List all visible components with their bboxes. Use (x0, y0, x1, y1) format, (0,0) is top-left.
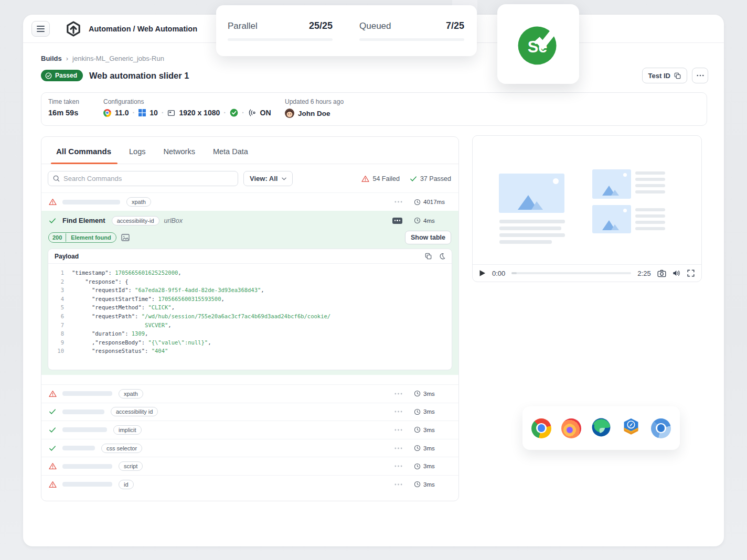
duration-label: 3ms (423, 391, 435, 397)
breadcrumb-builds-link[interactable]: Builds (41, 55, 62, 62)
chromium-icon (651, 418, 671, 438)
tab-networks[interactable]: Networks (163, 147, 195, 164)
locator-badge: id (119, 480, 134, 489)
mock-image-large (499, 174, 564, 213)
search-commands-input[interactable] (63, 175, 233, 182)
video-player: 0:00 2:25 (472, 135, 702, 282)
failed-count-label: 54 Failed (372, 175, 399, 182)
warning-icon (48, 198, 57, 206)
locator-badge: implicit (113, 425, 142, 435)
passed-count-label: 37 Passed (420, 175, 451, 182)
dark-mode-icon[interactable] (439, 253, 445, 260)
row-actions-icon[interactable] (394, 483, 402, 486)
command-row[interactable]: id3ms (41, 475, 458, 493)
warning-icon (48, 390, 57, 397)
build-info-bar: Time taken 16m 59s Configurations 11.0 ·… (41, 92, 707, 126)
command-row[interactable]: script3ms (41, 457, 458, 475)
duration: 3ms (414, 445, 451, 451)
video-seek-bar[interactable] (511, 272, 631, 274)
breadcrumb: Builds › jenkins-ML_Generic_jobs-Run (41, 55, 164, 62)
locator-badge: accessibility id (111, 407, 158, 416)
total-time: 2:25 (637, 270, 650, 277)
command-row[interactable]: xpath4017ms (41, 192, 458, 211)
row-actions-icon[interactable] (394, 465, 402, 467)
response-status-badge: 200 Element found (48, 232, 116, 243)
screenshot-icon[interactable] (121, 234, 130, 241)
command-rows-bottom: xpath3msaccessibility id3msimplicit3mscs… (41, 384, 458, 493)
app-logo-icon (66, 21, 81, 37)
duration-label: 3ms (423, 408, 435, 415)
more-actions-button[interactable] (692, 68, 708, 83)
commands-toolbar: View: All 54 Failed 37 Passed (48, 171, 451, 186)
show-table-button[interactable]: Show table (405, 231, 451, 244)
edge-icon (591, 417, 611, 439)
tab-meta-data[interactable]: Meta Data (213, 147, 248, 164)
video-frame (473, 136, 701, 265)
network-status: ON (260, 109, 271, 117)
view-filter-dropdown[interactable]: View: All (243, 171, 293, 186)
payload-header: Payload (48, 249, 452, 264)
duration: 4017ms (414, 199, 451, 206)
duration-label: 4017ms (423, 199, 445, 205)
copy-payload-icon[interactable] (425, 253, 432, 260)
payload-code-line: 7 SVCVER", (48, 321, 452, 330)
duration-label: 3ms (423, 445, 435, 451)
selected-command-row[interactable]: Find Element accessibility-id urlBox 4ms (41, 211, 458, 230)
parallel-stat: Parallel 25/25 (228, 20, 333, 41)
row-actions-icon[interactable] (394, 201, 402, 203)
failed-count: 54 Failed (361, 175, 399, 182)
row-actions-icon[interactable] (394, 447, 402, 449)
firefox-icon (561, 418, 581, 438)
duration-label: 3ms (423, 481, 435, 488)
payload-code: 1"timestamp": 1705665601625252000,2 "res… (48, 264, 452, 356)
row-actions-icon[interactable] (392, 218, 402, 224)
updated-text: Updated 6 hours ago (285, 98, 344, 105)
passed-count: 37 Passed (410, 175, 451, 182)
check-icon (48, 445, 57, 451)
payload-code-line: 9 ,"responseBody": "{\"value\":null}", (48, 338, 452, 347)
resolution-icon (167, 109, 175, 117)
resolution-value: 1920 x 1080 (179, 109, 220, 117)
payload-card: Payload 1"timestamp": 170566560162525200… (48, 249, 452, 370)
queued-label: Queued (359, 21, 391, 31)
parallel-value: 25/25 (309, 20, 333, 31)
hamburger-menu-button[interactable] (31, 21, 50, 37)
time-taken-label: Time taken (48, 98, 79, 105)
duration-label: 3ms (423, 427, 435, 433)
check-circle-icon (45, 72, 52, 79)
status-label: Passed (55, 72, 77, 79)
selenium-icon (230, 109, 238, 117)
command-row[interactable]: css selector3ms (41, 439, 458, 457)
duration: 3ms (414, 481, 451, 488)
parallel-label: Parallel (228, 21, 258, 31)
play-button[interactable] (479, 270, 486, 277)
row-actions-icon[interactable] (394, 429, 402, 431)
tab-logs[interactable]: Logs (129, 147, 145, 164)
concurrency-stats-card: Parallel 25/25 Queued 7/25 (216, 5, 477, 56)
duration: 3ms (414, 408, 451, 415)
volume-icon[interactable] (673, 270, 681, 277)
chevron-down-icon (282, 177, 286, 180)
warning-icon (48, 462, 57, 470)
command-row[interactable]: implicit3ms (41, 421, 458, 439)
selenium-card: Se (497, 4, 579, 84)
duration: 3ms (414, 426, 451, 433)
status-badge: Passed (41, 70, 83, 81)
fullscreen-icon[interactable] (687, 270, 695, 277)
command-row[interactable]: xpath3ms (41, 384, 458, 403)
tab-all-commands[interactable]: All Commands (56, 147, 111, 164)
time-taken-group: Time taken 16m 59s (48, 98, 79, 117)
command-row[interactable]: accessibility id3ms (41, 403, 458, 421)
row-actions-icon[interactable] (394, 393, 402, 395)
duration: 4ms (414, 217, 451, 224)
row-actions-icon[interactable] (394, 411, 402, 413)
response-code: 200 (49, 233, 66, 242)
queued-stat: Queued 7/25 (359, 20, 464, 41)
search-commands-box[interactable] (48, 171, 238, 186)
payload-code-line: 1"timestamp": 1705665601625252000, (48, 268, 452, 277)
screenshot-capture-icon[interactable] (657, 270, 666, 277)
locator-value: urlBox (164, 217, 183, 224)
command-name: Find Element (62, 217, 105, 224)
duration-label: 4ms (423, 218, 435, 224)
test-id-button[interactable]: Test ID (642, 68, 687, 83)
